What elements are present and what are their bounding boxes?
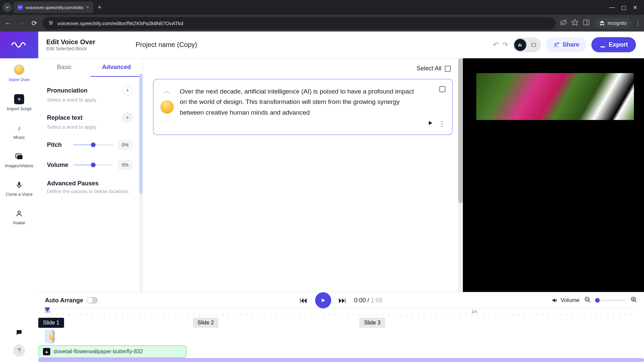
slide-marker-2[interactable]: Slide 2 (193, 318, 219, 328)
timeline-volume-button[interactable]: Volume (552, 297, 580, 304)
clip-avatar-icon (49, 332, 54, 341)
select-all-checkbox[interactable] (445, 66, 451, 72)
svg-marker-7 (572, 19, 578, 25)
favicon-icon (17, 5, 23, 10)
center-scrollbar[interactable] (458, 58, 463, 292)
pronunciation-row[interactable]: Pronunciation + Select a word to apply (40, 81, 139, 107)
person-icon (14, 209, 24, 218)
svg-rect-17 (532, 43, 536, 46)
play-block-button[interactable] (427, 120, 433, 128)
svg-rect-14 (518, 44, 519, 46)
help-icon[interactable]: ? (13, 345, 25, 357)
skip-back-button[interactable]: ⏮ (300, 296, 308, 305)
script-text[interactable]: Over the next decade, artificial intelli… (180, 86, 421, 128)
block-menu-button[interactable]: ⋮ (439, 120, 445, 128)
voice-avatar-icon[interactable] (160, 100, 174, 114)
view-mode-slides[interactable] (528, 39, 540, 51)
share-button[interactable]: Share (546, 37, 587, 52)
svg-point-3 (50, 21, 51, 22)
zoom-out-button[interactable] (584, 296, 591, 304)
chat-icon[interactable] (13, 326, 25, 339)
timeline-clip-3[interactable]: Generative Design: AI's generative capa (45, 330, 54, 343)
site-settings-icon[interactable] (48, 20, 54, 27)
timeline-media-clip[interactable]: ▲ dovetail-flowerwallpaper-butterfly-832 (38, 345, 186, 358)
music-icon: ♪ (14, 123, 24, 133)
sidebar-item-avatar[interactable]: Avatar (10, 203, 28, 231)
reload-button[interactable]: ⟳ (30, 18, 39, 28)
url-text: voiceover.speechify.com/editor/fWZKhPa3k… (57, 20, 183, 26)
undo-button[interactable]: ↶ (493, 41, 499, 49)
add-replace-button[interactable]: + (122, 113, 132, 123)
zoom-in-button[interactable] (631, 296, 637, 304)
svg-line-27 (635, 301, 637, 302)
pitch-slider[interactable] (73, 144, 113, 145)
image-icon (14, 152, 24, 161)
auto-arrange-label: Auto Arrange (45, 297, 83, 304)
export-button[interactable]: Export (591, 37, 636, 52)
address-bar[interactable]: voiceover.speechify.com/editor/fWZKhPa3k… (43, 17, 556, 29)
block-checkbox[interactable] (439, 86, 445, 92)
sidebar-item-music[interactable]: ♪ Music (11, 117, 28, 146)
bookmark-icon[interactable] (571, 19, 579, 27)
tab-basic[interactable]: Basic (38, 58, 91, 77)
image-icon: ▲ (43, 348, 50, 355)
svg-rect-15 (520, 43, 520, 46)
auto-arrange-toggle[interactable] (87, 297, 98, 304)
replace-text-row[interactable]: Replace text + Select a word to apply (40, 108, 139, 134)
plus-icon: + (14, 94, 24, 104)
volume-slider[interactable] (73, 164, 113, 166)
volume-value[interactable]: 0% (118, 160, 132, 170)
tab-title: voiceover.speechify.com/edito (25, 5, 83, 10)
view-mode-timeline[interactable] (514, 39, 526, 51)
slide-marker-1[interactable]: Slide 1 (38, 318, 64, 328)
app-logo[interactable] (0, 32, 38, 58)
svg-point-5 (50, 23, 51, 24)
browser-tab[interactable]: voiceover.speechify.com/edito × (13, 2, 93, 13)
svg-line-24 (589, 301, 590, 302)
tab-search-dropdown[interactable] (3, 3, 12, 12)
back-button[interactable]: ← (3, 18, 13, 28)
tab-advanced[interactable]: Advanced (91, 58, 143, 77)
project-name-input[interactable]: Project name (Copy) (136, 41, 197, 49)
microphone-icon (14, 180, 24, 190)
maximize-icon[interactable]: ▢ (621, 4, 626, 11)
select-all-label: Select All (417, 65, 441, 72)
chevron-down-icon[interactable]: ﹀ (163, 118, 171, 128)
minimize-icon[interactable]: — (609, 4, 614, 11)
add-pronunciation-button[interactable]: + (122, 85, 132, 96)
view-mode-toggle (513, 38, 541, 52)
svg-point-13 (18, 211, 20, 214)
page-subtitle: Edit Selected Block (46, 46, 95, 51)
redo-button[interactable]: ↷ (502, 41, 508, 49)
preview-image (476, 73, 634, 120)
close-window-icon[interactable]: ✕ (633, 4, 637, 11)
sidebar-item-import-script[interactable]: + Import Script (4, 88, 34, 117)
sidebar-item-voice-over[interactable]: Voice Over (6, 58, 33, 88)
zoom-slider[interactable] (596, 300, 626, 301)
avatar-icon (14, 64, 24, 75)
pitch-value[interactable]: 0% (118, 140, 132, 150)
video-preview[interactable] (463, 58, 644, 292)
svg-rect-11 (17, 155, 22, 159)
sidebar-item-clone-voice[interactable]: Clone a Voice (3, 174, 35, 203)
advanced-pauses-row[interactable]: Advanced Pauses Define the pauses in bel… (40, 175, 139, 199)
slide-marker-3[interactable]: Slide 3 (359, 318, 385, 328)
svg-point-18 (555, 43, 556, 45)
incognito-chip[interactable]: Incognito (594, 18, 631, 28)
play-button[interactable] (315, 292, 331, 308)
tab-close-icon[interactable]: × (86, 4, 89, 10)
svg-rect-16 (521, 44, 521, 46)
browser-menu-icon[interactable]: ⋮ (635, 20, 641, 26)
timeline-ruler[interactable]: 0m 1m (45, 308, 637, 316)
page-title: Edit Voice Over (46, 38, 95, 46)
sidebar-item-images-videos[interactable]: Images/Videos (2, 146, 36, 174)
script-block[interactable]: ︿ ﹀ Over the next decade, artificial int… (153, 79, 453, 135)
new-tab-button[interactable]: + (95, 3, 105, 12)
skip-forward-button[interactable]: ⏭ (338, 296, 346, 305)
panel-scrollbar[interactable] (139, 74, 143, 292)
sidepanel-icon[interactable] (583, 19, 590, 27)
timeline-scrollbar[interactable] (38, 358, 644, 362)
chevron-up-icon[interactable]: ︿ (163, 86, 171, 96)
tracking-icon[interactable] (560, 19, 567, 27)
forward-button[interactable]: → (17, 18, 26, 28)
